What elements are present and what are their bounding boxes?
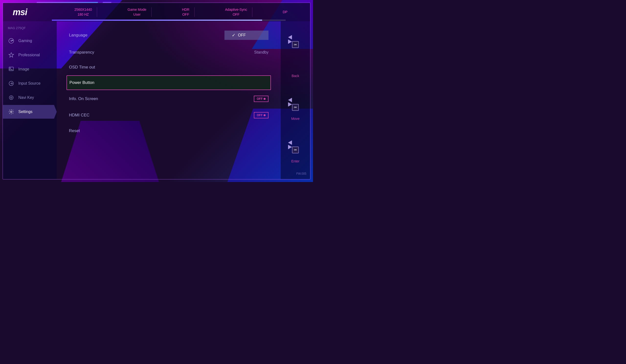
toggle-dot-hdmi: [264, 114, 266, 116]
info-on-screen-toggle[interactable]: OFF: [254, 96, 269, 102]
language-label: Language: [69, 33, 87, 38]
svg-rect-6: [9, 96, 13, 100]
resolution-line2: 180 HZ: [74, 12, 92, 17]
sidebar-input-source-label: Input Source: [18, 81, 40, 86]
language-value-box: ✓ OFF: [225, 31, 269, 40]
navi-key-icon: [8, 94, 15, 101]
menu-item-info-on-screen[interactable]: Info. On Screen OFF: [67, 91, 271, 106]
hdr-line1: HDR: [182, 7, 189, 12]
power-button-label: Power Button: [70, 80, 94, 85]
hdmi-cec-toggle[interactable]: OFF: [254, 112, 269, 119]
fw-version: FW.005: [296, 172, 306, 175]
header-stat-hdr: HDR OFF: [177, 7, 195, 17]
header-stat-resolution: 2560X1440 180 HZ: [70, 7, 97, 17]
sidebar-settings-label: Settings: [18, 110, 33, 114]
menu-panel: Language ✓ OFF Transparency Standby OSD …: [57, 21, 281, 179]
dpad-move-right: [288, 102, 292, 107]
dpad-right-arrow: [288, 40, 292, 44]
transparency-label: Transparency: [69, 50, 94, 55]
sidebar-image-label: Image: [18, 67, 29, 71]
settings-icon: [8, 108, 15, 115]
dpad-move-left: [288, 98, 292, 102]
msi-logo: msi: [13, 7, 27, 17]
ok-button-move[interactable]: OK Move: [288, 100, 303, 121]
svg-point-1: [12, 40, 13, 41]
dpad-ok-top[interactable]: OK: [288, 37, 303, 52]
language-checkmark: ✓: [232, 33, 235, 38]
header-stat-adaptive: Adaptive-Sync OFF: [220, 7, 252, 17]
dpad-ok-label: OK: [292, 41, 299, 48]
input-source-icon: [8, 80, 15, 87]
dpad-enter-right: [288, 145, 292, 149]
dpad-left-arrow: [288, 35, 292, 40]
dpad-ok-enter[interactable]: OK: [288, 143, 303, 157]
ok-button-top[interactable]: OK: [288, 37, 303, 52]
hdmi-cec-value: OFF: [257, 114, 263, 117]
svg-point-8: [10, 111, 12, 113]
hdr-line2: OFF: [182, 12, 189, 17]
dpad-move-ok-label: OK: [292, 104, 299, 111]
dpad-enter-left: [288, 140, 292, 145]
sidebar-item-image[interactable]: Image: [3, 62, 57, 76]
sidebar-navi-key-label: Navi Key: [18, 95, 34, 100]
info-on-screen-label: Info. On Screen: [69, 96, 98, 101]
progress-bar-fill: [52, 20, 262, 21]
sidebar-item-settings[interactable]: Settings: [3, 105, 57, 119]
header-stat-input: DP: [278, 10, 292, 15]
gamemode-line2: User: [128, 12, 147, 17]
main-content: MAG 275QF Gaming Professional: [3, 21, 310, 179]
info-on-screen-value: OFF: [257, 97, 263, 101]
sidebar-professional-label: Professional: [18, 53, 40, 57]
adaptive-line2: OFF: [225, 12, 247, 17]
sidebar-item-gaming[interactable]: Gaming: [3, 34, 57, 48]
svg-point-4: [10, 68, 10, 69]
svg-rect-7: [10, 97, 12, 98]
header-stat-gamemode: Game Mode User: [123, 7, 152, 17]
monitor-frame: msi 2560X1440 180 HZ Game Mode User HDR …: [2, 2, 311, 180]
logo-area: msi: [3, 7, 52, 17]
hdmi-cec-label: HDMI CEC: [69, 113, 89, 118]
sidebar: MAG 275QF Gaming Professional: [3, 21, 57, 179]
menu-item-power-button[interactable]: Power Button: [67, 75, 271, 90]
sidebar-gaming-label: Gaming: [18, 39, 32, 43]
input-label: DP: [283, 10, 287, 15]
svg-rect-3: [9, 67, 13, 71]
gamemode-line1: Game Mode: [128, 7, 147, 12]
reset-label: Reset: [69, 128, 80, 133]
professional-icon: [8, 52, 15, 58]
header: msi 2560X1440 180 HZ Game Mode User HDR …: [3, 3, 310, 21]
sidebar-item-input-source[interactable]: Input Source: [3, 77, 57, 90]
toggle-dot-info: [264, 98, 266, 100]
move-label: Move: [291, 117, 300, 121]
svg-marker-2: [9, 53, 14, 57]
sidebar-item-professional[interactable]: Professional: [3, 48, 57, 62]
image-icon: [8, 66, 15, 73]
enter-label: Enter: [291, 159, 299, 163]
menu-item-transparency[interactable]: Transparency Standby: [67, 45, 271, 59]
menu-item-osd-timeout[interactable]: OSD Time out: [67, 60, 271, 74]
transparency-value: Standby: [254, 50, 269, 55]
dpad-enter-ok-label: OK: [292, 147, 299, 153]
menu-item-hdmi-cec[interactable]: HDMI CEC OFF: [67, 108, 271, 123]
dpad-ok-move[interactable]: OK: [288, 100, 303, 115]
right-controls: OK Back OK Move OK: [281, 21, 310, 179]
menu-item-language[interactable]: Language ✓ OFF: [67, 26, 271, 44]
ok-button-enter[interactable]: OK Enter: [288, 143, 303, 163]
osd-timeout-label: OSD Time out: [69, 65, 95, 70]
gaming-icon: [8, 38, 15, 44]
language-value: OFF: [238, 33, 246, 38]
sidebar-item-navi-key[interactable]: Navi Key: [3, 91, 57, 104]
progress-bar: [52, 20, 286, 21]
header-stats: 2560X1440 180 HZ Game Mode User HDR OFF …: [52, 7, 310, 17]
monitor-model: MAG 275QF: [3, 26, 57, 34]
back-button[interactable]: Back: [291, 74, 299, 78]
adaptive-line1: Adaptive-Sync: [225, 7, 247, 12]
back-label: Back: [291, 74, 299, 78]
resolution-line1: 2560X1440: [74, 7, 92, 12]
menu-item-reset[interactable]: Reset: [67, 124, 271, 138]
